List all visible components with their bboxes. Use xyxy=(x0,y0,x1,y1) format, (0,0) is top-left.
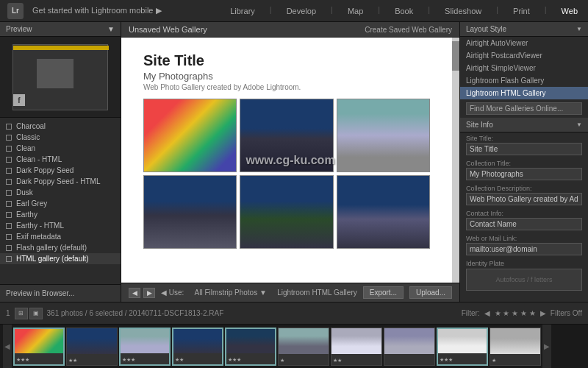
film-thumb-4[interactable]: ★★ xyxy=(172,328,223,366)
scrollbar[interactable] xyxy=(452,38,459,283)
web-mail-link-row: Web or Mail Link: xyxy=(460,233,588,258)
left-panel: Preview ▼ f Charcoal Classic Clean xyxy=(0,22,121,302)
film-thumb-image xyxy=(15,329,63,354)
template-icon xyxy=(6,146,12,152)
site-info-triangle: ▼ xyxy=(576,121,582,128)
layout-style-header[interactable]: Layout Style ▼ xyxy=(460,22,588,37)
photo-thumb-5[interactable] xyxy=(240,175,333,249)
find-more-galleries-button[interactable]: Find More Galleries Online... xyxy=(466,102,582,115)
template-earthy-html[interactable]: Earthy - HTML xyxy=(0,220,121,231)
film-thumb-image xyxy=(67,328,117,354)
my-photographs-text: My Photographs xyxy=(143,71,437,82)
template-earthy[interactable]: Earthy xyxy=(0,209,121,220)
filter-arrow-right[interactable]: ▶ xyxy=(540,309,546,317)
template-dusk[interactable]: Dusk xyxy=(0,187,121,198)
nav-develop[interactable]: Develop xyxy=(284,5,319,17)
film-thumb-9[interactable]: ★★★ xyxy=(437,328,488,366)
preview-browser-button[interactable]: Preview in Browser... xyxy=(0,284,121,302)
arrow-left[interactable]: ◀ xyxy=(129,288,140,298)
template-icon xyxy=(6,256,12,262)
photo-grid xyxy=(143,99,430,249)
filmstrip-label[interactable]: All Filmstrip Photos ▼ xyxy=(190,289,271,297)
arrow-right[interactable]: ▶ xyxy=(143,288,155,298)
collection-title-label: Collection Title: xyxy=(466,160,582,167)
filmstrip: ◀ ★★★ ★★ ★★★ ★★ ★★★ ★ ★★ ★★★ ★ ▶ xyxy=(0,324,588,368)
nav-web[interactable]: Web xyxy=(559,5,581,17)
loupe-view-button[interactable]: ▣ xyxy=(29,308,43,319)
layout-lr-flash[interactable]: Lightroom Flash Gallery xyxy=(460,74,588,87)
template-icon xyxy=(6,234,12,240)
template-exif[interactable]: Exif metadata xyxy=(0,231,121,242)
star-filter[interactable]: ★ ★ ★ ★ ★ xyxy=(495,309,536,317)
film-thumb-8[interactable] xyxy=(384,328,435,366)
create-saved-gallery-button[interactable]: Create Saved Web Gallery xyxy=(365,26,452,34)
film-thumb-image xyxy=(121,329,169,354)
template-earl-grey[interactable]: Earl Grey xyxy=(0,198,121,209)
nav-library[interactable]: Library xyxy=(227,5,258,17)
nav-map[interactable]: Map xyxy=(345,5,366,17)
photo-thumb-1[interactable] xyxy=(143,99,237,172)
contact-info-label: Contact Info: xyxy=(466,210,582,217)
identity-plate-row: Identity Plate Autofocus / f letters xyxy=(460,258,588,293)
layout-lr-html[interactable]: Lightroom HTML Gallery xyxy=(460,87,588,99)
film-thumb-1[interactable]: ★★★ xyxy=(13,328,65,366)
template-dark-poppy-html[interactable]: Dark Poppy Seed - HTML xyxy=(0,176,121,187)
layout-airtight-autoviewer[interactable]: Airtight AutoViewer xyxy=(460,37,588,49)
template-charcoal[interactable]: Charcoal xyxy=(0,121,121,132)
site-info-label: Site Info xyxy=(466,121,493,129)
filter-label: Filter: xyxy=(462,309,480,317)
preview-area: f xyxy=(0,37,121,118)
template-clean[interactable]: Clean xyxy=(0,143,121,154)
grid-view-button[interactable]: ⊞ xyxy=(15,308,28,319)
film-thumb-image xyxy=(173,329,222,354)
film-thumb-10[interactable]: ★ xyxy=(490,328,541,366)
identity-plate-label: Identity Plate xyxy=(466,260,582,267)
photo-thumb-6[interactable] xyxy=(337,175,430,249)
use-label: ◀ Use: xyxy=(161,289,184,297)
nav-book[interactable]: Book xyxy=(392,5,416,17)
template-icon xyxy=(6,168,12,174)
film-thumb-image xyxy=(438,329,487,354)
collection-desc-input[interactable] xyxy=(466,193,582,205)
photo-thumb-2[interactable] xyxy=(240,99,333,172)
nav-print[interactable]: Print xyxy=(510,5,533,17)
identity-plate-area[interactable]: Autofocus / f letters xyxy=(466,269,582,291)
preview-yellow-bar xyxy=(13,46,109,50)
template-clean-html[interactable]: Clean - HTML xyxy=(0,154,121,165)
thumb-mode-buttons: ⊞ ▣ xyxy=(15,308,43,319)
filters-off-label: Filters Off xyxy=(551,309,582,317)
template-classic[interactable]: Classic xyxy=(0,132,121,143)
upload-button[interactable]: Upload... xyxy=(409,286,452,299)
export-button[interactable]: Export... xyxy=(363,286,404,299)
photo-thumb-3[interactable] xyxy=(337,99,430,172)
gallery-header: Unsaved Web Gallery Create Saved Web Gal… xyxy=(121,22,459,38)
contact-info-input[interactable] xyxy=(466,218,582,230)
filmstrip-left-arrow[interactable]: ◀ xyxy=(3,325,12,369)
scrollbar-thumb[interactable] xyxy=(452,41,459,71)
top-bar: Lr Get started with Lightroom mobile ▶ L… xyxy=(0,0,588,22)
template-flash-default[interactable]: Flash gallery (default) xyxy=(0,242,121,253)
film-thumb-3[interactable]: ★★★ xyxy=(119,328,171,366)
film-thumb-5[interactable]: ★★★ xyxy=(225,328,276,366)
film-thumb-2[interactable]: ★★ xyxy=(66,328,118,366)
filmstrip-right-arrow[interactable]: ▶ xyxy=(542,325,551,369)
film-thumb-7[interactable]: ★★ xyxy=(331,328,382,366)
right-panel: Layout Style ▼ Airtight AutoViewer Airti… xyxy=(459,22,588,302)
template-list: Charcoal Classic Clean Clean - HTML Dark… xyxy=(0,118,121,284)
filter-arrow-left[interactable]: ◀ xyxy=(484,309,490,317)
preview-header: Preview ▼ xyxy=(0,22,121,37)
layout-airtight-postcard[interactable]: Airtight PostcardViewer xyxy=(460,49,588,62)
site-info-header[interactable]: Site Info ▼ xyxy=(460,118,588,132)
web-mail-link-input[interactable] xyxy=(466,243,582,255)
nav-slideshow[interactable]: Slideshow xyxy=(442,5,484,17)
film-thumb-6[interactable]: ★ xyxy=(278,328,329,366)
photos-count: 361 photos / 6 selected / 20140711-DSCF1… xyxy=(47,309,224,317)
collection-title-input[interactable] xyxy=(466,168,582,180)
template-html-default[interactable]: HTML gallery (default) xyxy=(0,253,121,264)
center-panel: Unsaved Web Gallery Create Saved Web Gal… xyxy=(121,22,459,302)
template-dark-poppy[interactable]: Dark Poppy Seed xyxy=(0,165,121,176)
site-title-input[interactable] xyxy=(466,143,582,155)
layout-airtight-simple[interactable]: Airtight SimpleViewer xyxy=(460,62,588,74)
film-thumb-image xyxy=(279,328,329,354)
photo-thumb-4[interactable] xyxy=(143,175,237,249)
